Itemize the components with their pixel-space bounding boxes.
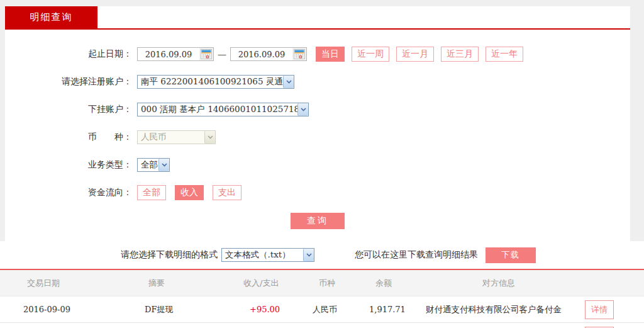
cell-trade-date: 2016-09-09 xyxy=(0,305,123,314)
currency-select: 人民币 xyxy=(137,130,216,144)
date-range-row: 起止日期： 2016.09.09 — xyxy=(5,47,630,61)
table-row: 详情 xyxy=(0,323,644,328)
register-account-label: 请选择注册账户： xyxy=(5,76,137,88)
sub-account-label: 下挂账户： xyxy=(5,104,137,115)
business-type-select[interactable]: 全部 xyxy=(137,158,170,172)
business-type-label: 业务类型： xyxy=(5,159,137,171)
register-account-select[interactable]: 南平 6222001406100921065 灵通卡 xyxy=(137,75,294,89)
quick-btn-week[interactable]: 近一周 xyxy=(352,47,389,62)
header-balance: 余额 xyxy=(368,278,425,289)
sub-account-row: 下挂账户： 000 活期 基本户 1406600101102571848 xyxy=(5,103,630,116)
quick-btn-month[interactable]: 近一月 xyxy=(396,47,434,62)
currency-value: 人民币 xyxy=(138,132,204,143)
query-button-row: 查询 xyxy=(5,213,630,229)
start-date-value: 2016.09.09 xyxy=(138,50,199,59)
cell-summary: DF提现 xyxy=(123,304,242,315)
quick-btn-today[interactable]: 当日 xyxy=(316,47,345,62)
fund-flow-income-button[interactable]: 收入 xyxy=(175,185,204,200)
fund-flow-row: 资金流向： 全部 收入 支出 xyxy=(5,186,630,200)
table-row: 2016-09-09 DF提现 +95.00 人民币 1,917.71 财付通支… xyxy=(0,297,644,323)
business-type-row: 业务类型： 全部 xyxy=(5,158,630,172)
download-format-value: 文本格式（.txt） xyxy=(222,249,303,261)
fund-flow-expense-button[interactable]: 支出 xyxy=(213,185,242,200)
date-range-label: 起止日期： xyxy=(5,48,137,60)
download-bar: 请您选择下载明细的格式 文本格式（.txt） 您可以在这里下载查询明细结果 下载 xyxy=(0,241,644,269)
query-form: 起止日期： 2016.09.09 — xyxy=(5,30,630,229)
cell-currency: 人民币 xyxy=(311,304,368,315)
chevron-down-icon xyxy=(297,103,308,116)
detail-button[interactable]: 详情 xyxy=(585,300,614,319)
currency-row: 币 种： 人民币 xyxy=(5,130,630,144)
header-counterparty: 对方信息 xyxy=(425,278,585,289)
end-date-value: 2016.09.09 xyxy=(231,50,292,59)
register-account-value: 南平 6222001406100921065 灵通卡 xyxy=(138,76,283,88)
download-format-select[interactable]: 文本格式（.txt） xyxy=(221,248,314,262)
download-format-label: 请您选择下载明细的格式 xyxy=(121,249,218,261)
end-date-input[interactable]: 2016.09.09 xyxy=(230,47,307,61)
cell-counterparty: 财付通支付科技有限公司客户备付金 xyxy=(425,304,585,315)
calendar-icon[interactable] xyxy=(199,48,213,60)
query-button[interactable]: 查询 xyxy=(291,213,345,229)
chevron-down-icon xyxy=(303,249,314,261)
download-button[interactable]: 下载 xyxy=(486,247,536,263)
header-amount: 收入/支出 xyxy=(242,278,311,289)
fund-flow-all-button[interactable]: 全部 xyxy=(137,185,166,200)
currency-label: 币 种： xyxy=(5,132,137,143)
header-currency: 币种 xyxy=(311,278,368,289)
detail-query-panel: 明细查询 起止日期： 2016.09.09 xyxy=(5,6,630,241)
quick-date-buttons: 当日 近一周 近一月 近三月 近一年 xyxy=(316,47,530,62)
cell-amount: +95.00 xyxy=(242,305,311,314)
tab-label: 明细查询 xyxy=(30,11,73,23)
register-account-row: 请选择注册账户： 南平 6222001406100921065 灵通卡 xyxy=(5,75,630,89)
results-table: 交易日期 摘要 收入/支出 币种 余额 对方信息 2016-09-09 DF提现… xyxy=(0,270,644,328)
chevron-down-icon xyxy=(283,76,294,88)
quick-btn-year[interactable]: 近一年 xyxy=(486,47,523,62)
start-date-input[interactable]: 2016.09.09 xyxy=(137,47,214,61)
tab-detail-query[interactable]: 明细查询 xyxy=(5,6,97,28)
sub-account-value: 000 活期 基本户 1406600101102571848 xyxy=(138,104,297,115)
cell-balance: 1,917.71 xyxy=(368,305,425,314)
quick-btn-quarter[interactable]: 近三月 xyxy=(441,47,479,62)
table-header-row: 交易日期 摘要 收入/支出 币种 余额 对方信息 xyxy=(0,270,644,297)
chevron-down-icon xyxy=(158,159,169,171)
download-hint: 您可以在这里下载查询明细结果 xyxy=(355,249,478,261)
chevron-down-icon xyxy=(204,131,215,144)
fund-flow-label: 资金流向： xyxy=(5,187,137,198)
header-trade-date: 交易日期 xyxy=(0,278,123,289)
sub-account-select[interactable]: 000 活期 基本户 1406600101102571848 xyxy=(137,103,309,116)
date-range-separator: — xyxy=(218,49,226,59)
business-type-value: 全部 xyxy=(138,159,158,171)
calendar-icon[interactable] xyxy=(292,48,306,60)
header-summary: 摘要 xyxy=(123,278,242,289)
